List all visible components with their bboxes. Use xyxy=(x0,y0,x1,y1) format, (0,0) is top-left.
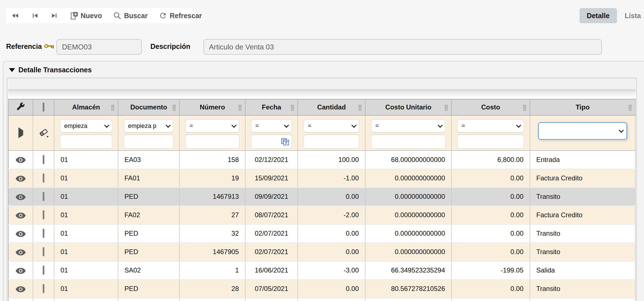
almacen-filter-input[interactable] xyxy=(60,135,112,149)
table-row[interactable]: 01 FA02 27 08/07/2021 -2.00 0.0000000000… xyxy=(8,206,635,224)
table-row[interactable]: 01 PED 1467905 02/07/2021 0.00 0.0000000… xyxy=(8,243,635,261)
descripcion-field[interactable]: Articulo de Venta 03 xyxy=(203,39,602,55)
chevron-down-icon xyxy=(438,123,443,128)
view-row-button[interactable] xyxy=(15,249,26,256)
view-row-button[interactable] xyxy=(15,286,26,293)
column-header-documento[interactable]: Documento⣿ xyxy=(118,99,179,115)
documento-filter-input[interactable] xyxy=(124,135,174,149)
plus-document-icon xyxy=(70,11,78,20)
calendar-picker-button[interactable]: 7 xyxy=(281,137,289,146)
detalle-transacciones-panel: Detalle Transacciones Almacén⣿ Documento… xyxy=(3,61,644,301)
view-row-button[interactable] xyxy=(15,212,26,219)
fecha-filter-input[interactable]: 7 xyxy=(251,135,292,149)
column-drag-handle-icon[interactable]: ⣿ xyxy=(628,104,632,110)
expand-filter-button[interactable] xyxy=(18,127,23,138)
chevron-down-icon xyxy=(619,128,624,133)
table-row-partial[interactable] xyxy=(8,298,635,301)
eye-icon xyxy=(15,212,26,219)
view-row-button[interactable] xyxy=(15,231,26,237)
refrescar-label: Refrescar xyxy=(170,12,202,20)
almacen-filter-operator[interactable]: empieza xyxy=(60,120,112,132)
view-switch: Detalle Lista xyxy=(580,8,641,23)
chevron-down-icon xyxy=(104,123,109,128)
table-row[interactable]: 01 FA01 19 15/09/2021 -1.00 0.0000000000… xyxy=(8,169,635,187)
column-drag-handle-icon[interactable]: ⣿ xyxy=(444,104,448,110)
column-drag-handle-icon[interactable]: ⣿ xyxy=(523,104,527,110)
eye-icon xyxy=(15,231,26,237)
chevron-down-icon xyxy=(165,123,170,128)
select-all-header xyxy=(33,99,54,115)
row-checkbox[interactable] xyxy=(43,229,44,238)
row-checkbox[interactable] xyxy=(43,173,44,183)
descripcion-label: Descripción xyxy=(150,42,190,51)
view-row-button[interactable] xyxy=(15,194,26,200)
eye-icon xyxy=(15,267,26,274)
chevron-down-icon xyxy=(516,123,521,128)
refresh-icon xyxy=(159,11,167,20)
transactions-table: Almacén⣿ Documento⣿ Número⣿ Fecha⣿ Canti… xyxy=(8,99,636,301)
grid-settings-button[interactable] xyxy=(8,99,33,115)
select-all-checkbox[interactable] xyxy=(43,102,44,112)
column-header-almacen[interactable]: Almacén⣿ xyxy=(54,99,118,115)
column-header-costo-unitario[interactable]: Costo Unitario⣿ xyxy=(365,99,451,115)
table-row-selected[interactable]: 01 PED 1467913 09/09/2021 0.00 0.0000000… xyxy=(8,187,635,206)
section-title: Detalle Transacciones xyxy=(18,66,92,74)
table-row[interactable]: 01 EA03 158 02/12/2021 100.00 68.0000000… xyxy=(8,150,635,169)
buscar-button[interactable]: Buscar xyxy=(113,11,148,20)
transactions-grid: Almacén⣿ Documento⣿ Número⣿ Fecha⣿ Canti… xyxy=(7,78,637,301)
table-header-row: Almacén⣿ Documento⣿ Número⣿ Fecha⣿ Canti… xyxy=(8,99,635,115)
main-toolbar: Nuevo Buscar Refrescar xyxy=(6,8,192,23)
referencia-field[interactable]: DEMO03 xyxy=(56,39,142,55)
column-header-fecha[interactable]: Fecha⣿ xyxy=(245,99,298,115)
row-checkbox[interactable] xyxy=(43,284,44,293)
view-row-button[interactable] xyxy=(15,157,26,163)
skip-previous-icon xyxy=(31,11,39,20)
column-header-cantidad[interactable]: Cantidad⣿ xyxy=(298,99,365,115)
column-drag-handle-icon[interactable]: ⣿ xyxy=(172,104,176,110)
column-header-costo[interactable]: Costo⣿ xyxy=(451,99,530,115)
table-row[interactable]: 01 PED 28 07/05/2021 0.00 80.56727821052… xyxy=(8,280,635,298)
cantidad-filter-input[interactable] xyxy=(304,135,359,149)
row-checkbox[interactable] xyxy=(43,192,44,201)
eraser-icon[interactable] xyxy=(38,127,49,138)
tab-lista[interactable]: Lista xyxy=(625,12,641,20)
table-row[interactable]: 01 SA02 1 16/06/2021 -3.00 66.3495232352… xyxy=(8,261,635,280)
fecha-filter-operator[interactable]: = xyxy=(251,120,292,132)
next-record-button[interactable] xyxy=(50,11,59,20)
row-checkbox[interactable] xyxy=(43,266,44,275)
chevron-down-icon xyxy=(284,123,289,128)
view-row-button[interactable] xyxy=(15,267,26,274)
table-row[interactable]: 01 PED 32 02/07/2021 0.00 0.000000000000… xyxy=(8,224,635,243)
grid-toolbar xyxy=(8,78,636,89)
row-checkbox[interactable] xyxy=(43,210,44,219)
column-drag-handle-icon[interactable]: ⣿ xyxy=(290,104,295,110)
eye-icon xyxy=(15,157,26,163)
tab-detalle[interactable]: Detalle xyxy=(580,8,617,23)
numero-filter-operator[interactable]: = xyxy=(185,120,239,132)
documento-filter-operator[interactable]: empieza p xyxy=(124,120,174,132)
costo-filter-input[interactable] xyxy=(457,135,524,149)
section-header[interactable]: Detalle Transacciones xyxy=(9,66,92,74)
costo-filter-operator[interactable]: = xyxy=(457,120,524,132)
view-row-button[interactable] xyxy=(15,175,26,182)
row-checkbox[interactable] xyxy=(43,247,44,256)
costo-unitario-filter-operator[interactable]: = xyxy=(371,120,446,132)
first-record-button[interactable] xyxy=(31,11,39,20)
column-drag-handle-icon[interactable]: ⣿ xyxy=(111,104,115,110)
key-icon xyxy=(44,43,55,49)
numero-filter-input[interactable] xyxy=(185,135,239,149)
fast-rewind-button[interactable] xyxy=(11,11,20,20)
column-drag-handle-icon[interactable]: ⣿ xyxy=(358,104,362,110)
chevron-down-icon xyxy=(231,123,236,128)
cantidad-filter-operator[interactable]: = xyxy=(304,120,359,132)
nuevo-button[interactable]: Nuevo xyxy=(70,11,102,20)
row-checkbox[interactable] xyxy=(43,155,44,164)
column-drag-handle-icon[interactable]: ⣿ xyxy=(238,104,242,110)
column-header-numero[interactable]: Número⣿ xyxy=(179,99,245,115)
costo-unitario-filter-input[interactable] xyxy=(371,135,446,149)
tipo-filter-select[interactable] xyxy=(538,122,627,140)
wrench-icon xyxy=(16,102,25,111)
refrescar-button[interactable]: Refrescar xyxy=(159,11,202,20)
grid-toolbar-gradient xyxy=(8,89,636,97)
column-header-tipo[interactable]: Tipo⣿ xyxy=(530,99,635,115)
